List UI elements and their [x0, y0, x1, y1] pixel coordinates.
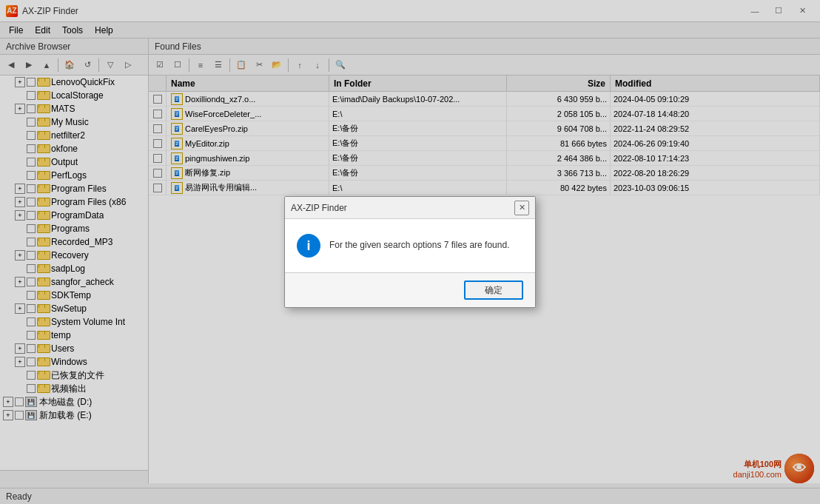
- dialog: AX-ZIP Finder ✕ i For the given search o…: [284, 196, 536, 308]
- dialog-ok-button[interactable]: 确定: [464, 280, 523, 300]
- dialog-close-button[interactable]: ✕: [514, 201, 529, 215]
- dialog-message: For the given search options 7 files are…: [329, 234, 509, 252]
- dialog-overlay: AX-ZIP Finder ✕ i For the given search o…: [0, 0, 820, 504]
- dialog-info-icon: i: [297, 234, 320, 258]
- dialog-titlebar: AX-ZIP Finder ✕: [285, 197, 535, 219]
- dialog-title: AX-ZIP Finder: [291, 203, 347, 213]
- dialog-body: i For the given search options 7 files a…: [285, 219, 535, 272]
- dialog-footer: 确定: [285, 272, 535, 307]
